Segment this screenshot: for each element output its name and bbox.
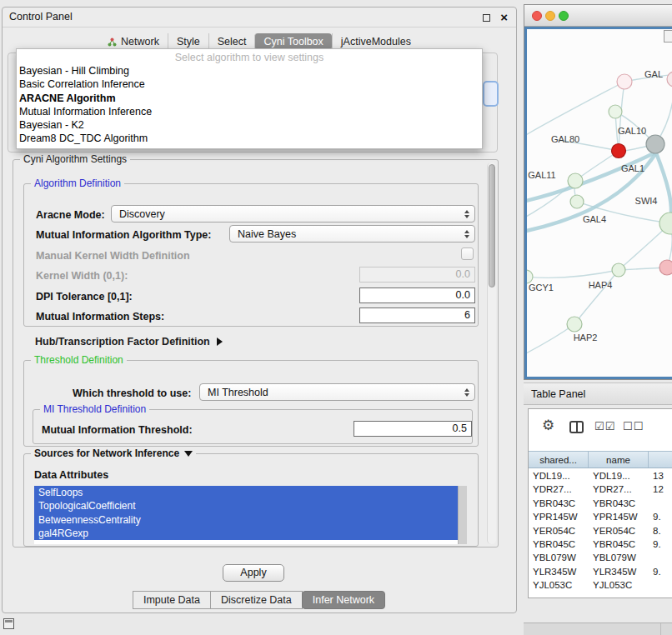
cyni-settings-group: Cyni Algorithm Settings Algorithm Defini… <box>13 159 499 548</box>
list-scrollbar[interactable] <box>458 486 467 544</box>
close-icon[interactable]: × <box>500 10 508 25</box>
mi-type-select[interactable]: Naive Bayes <box>229 225 475 242</box>
float-window-icon[interactable] <box>483 14 490 22</box>
table-row[interactable]: YDR27...YDR27...12 <box>529 482 672 496</box>
table-cell: YBL079W <box>589 551 649 564</box>
network-node[interactable] <box>612 263 625 277</box>
table-row[interactable]: YLR345WYLR345W9. <box>529 565 672 578</box>
tab-label: Cyni Toolbox <box>263 36 323 48</box>
tab-network[interactable]: Network <box>99 33 168 50</box>
table-cell <box>649 497 672 510</box>
tab-select[interactable]: Select <box>208 33 255 50</box>
data-attribute-item[interactable]: gal4RGexp <box>34 527 458 540</box>
tab-style[interactable]: Style <box>168 33 208 50</box>
network-node[interactable] <box>570 195 584 208</box>
settings-scrollbar[interactable] <box>487 162 496 544</box>
table-row[interactable]: YBR045CYBR045C9. <box>529 538 672 551</box>
manual-kernel-checkbox[interactable] <box>461 248 474 260</box>
collapse-triangle-icon <box>184 451 193 457</box>
zoom-traffic-light[interactable] <box>559 11 569 21</box>
mi-steps-field[interactable]: 6 <box>359 308 475 323</box>
network-node[interactable] <box>667 72 672 87</box>
algorithm-option[interactable]: Dream8 DC_TDC Algorithm <box>17 132 482 145</box>
network-edge <box>655 151 671 222</box>
table-row[interactable]: YER054CYER054C8. <box>529 524 672 538</box>
table-cell: YJL053C <box>529 578 589 592</box>
table-row[interactable]: YBL079WYBL079W <box>529 551 672 564</box>
data-attribute-item[interactable]: BetweennessCentrality <box>34 513 458 527</box>
combo-stepper-icon <box>461 388 474 397</box>
control-panel-window: Control Panel × Network Style Select Cyn… <box>2 7 517 613</box>
table-row[interactable]: YPR145WYPR145W9. <box>529 510 672 523</box>
minimize-traffic-light[interactable] <box>545 11 555 21</box>
algorithm-option[interactable]: Bayesian - K2 <box>17 118 482 132</box>
apply-button[interactable]: Apply <box>223 564 284 582</box>
docked-panel-icon[interactable] <box>3 618 14 629</box>
aracne-mode-select[interactable]: Discovery <box>111 205 475 222</box>
data-attribute-item[interactable]: TopologicalCoefficient <box>34 499 458 512</box>
tab-discretize-data[interactable]: Discretize Data <box>210 591 303 609</box>
close-traffic-light[interactable] <box>532 11 542 21</box>
algorithm-option[interactable]: Basic Correlation Inference <box>17 78 482 91</box>
table-toolbar: ⚙ ☑☑ ☐☐ <box>529 409 672 449</box>
algorithm-option[interactable]: ARACNE Algorithm <box>17 92 482 105</box>
node-label: GAL80 <box>551 134 579 144</box>
column-header[interactable]: shared... <box>529 452 589 468</box>
algorithm-option[interactable]: Mutual Information Inference <box>17 105 482 118</box>
table-cell <box>649 578 672 592</box>
network-node[interactable] <box>612 144 626 158</box>
column-header[interactable] <box>649 452 672 468</box>
algorithm-option[interactable]: Bayesian - Hill Climbing <box>17 64 482 78</box>
network-node[interactable] <box>609 105 622 118</box>
tab-infer-network[interactable]: Infer Network <box>302 591 385 609</box>
sources-expander[interactable]: Sources for Network Inference <box>31 448 196 459</box>
table-cell: YER054C <box>589 524 649 538</box>
group-title: Cyni Algorithm Settings <box>20 153 130 165</box>
tab-impute-data[interactable]: Impute Data <box>133 591 211 609</box>
network-node[interactable] <box>527 270 533 283</box>
threshold-definition-group: Threshold Definition Which threshold to … <box>23 360 479 447</box>
kernel-width-field[interactable]: 0.0 <box>359 267 475 282</box>
network-canvas[interactable]: GALGAL80GAL10GAL11GAL1SWI4GAL4GCY1HAP4HA… <box>524 27 672 379</box>
table-row[interactable]: YDL19...YDL19...13 <box>529 469 672 482</box>
which-threshold-select[interactable]: MI Threshold <box>199 383 475 401</box>
control-panel-titlebar: Control Panel × <box>3 8 516 28</box>
hub-definition-label: Hub/Transcription Factor Definition <box>35 336 210 348</box>
node-label: GAL11 <box>528 170 555 180</box>
mi-steps-label: Mutual Information Steps: <box>36 311 164 322</box>
scrollbar-thumb[interactable] <box>489 164 495 288</box>
table-cell: YER054C <box>529 524 589 538</box>
column-header[interactable]: name <box>589 452 649 468</box>
network-node[interactable] <box>617 74 632 89</box>
group-title: MI Threshold Definition <box>40 403 149 415</box>
network-node[interactable] <box>659 260 672 275</box>
select-all-icon[interactable]: ☑☑ <box>594 420 615 432</box>
dpi-tolerance-field[interactable]: 0.0 <box>359 288 475 303</box>
network-window-titlebar[interactable] <box>524 5 672 27</box>
scrollbar-corner[interactable] <box>664 30 672 42</box>
deselect-all-icon[interactable]: ☐☐ <box>623 420 644 432</box>
network-node[interactable] <box>567 317 582 332</box>
node-label: SWI4 <box>635 196 658 206</box>
table-row[interactable]: YJL053CYJL053C <box>529 578 672 592</box>
hub-definition-expander[interactable]: Hub/Transcription Factor Definition <box>35 336 223 348</box>
status-bar-divider <box>660 623 661 635</box>
dropdown-placeholder: Select algorithm to view settings <box>17 51 482 64</box>
tab-jactivemodules[interactable]: jActiveModules <box>332 33 419 50</box>
network-node[interactable] <box>646 135 664 153</box>
gear-icon[interactable]: ⚙ <box>542 417 554 434</box>
node-label: GAL <box>644 69 663 79</box>
mi-threshold-group: MI Threshold Definition Mutual Informati… <box>33 409 473 444</box>
tab-cyni-toolbox[interactable]: Cyni Toolbox <box>254 33 331 50</box>
mi-threshold-field[interactable]: 0.5 <box>354 421 472 437</box>
table-cell: YPR145W <box>589 510 649 523</box>
table-row[interactable]: YBR043CYBR043C <box>529 497 672 510</box>
combo-stepper-icon <box>461 230 474 238</box>
node-label: GCY1 <box>529 282 554 292</box>
network-node[interactable] <box>568 173 583 188</box>
columns-icon[interactable] <box>569 421 584 433</box>
data-attribute-item[interactable]: SelfLoops <box>34 486 458 499</box>
panel-title: Control Panel <box>9 11 73 22</box>
table-cell: YLR345W <box>529 565 589 578</box>
dpi-tolerance-label: DPI Tolerance [0,1]: <box>36 291 133 302</box>
